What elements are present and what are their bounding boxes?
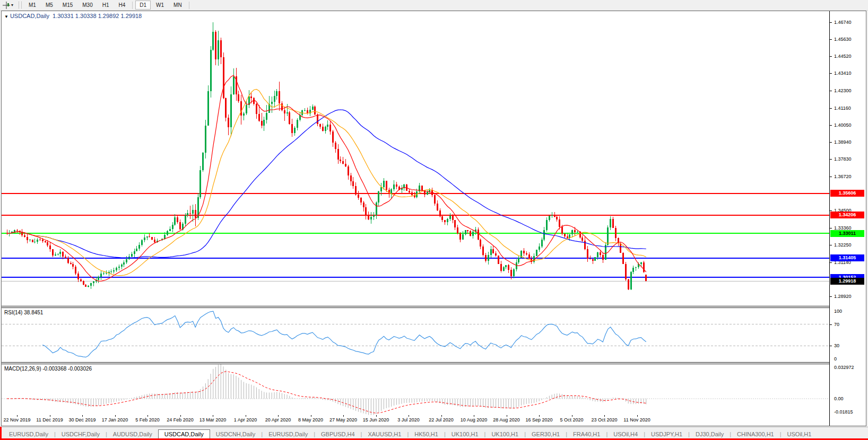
rsi-pane[interactable]: RSI(14) 38.8451	[2, 308, 829, 362]
timeframe-button-mn[interactable]: MN	[169, 1, 186, 10]
price-chart-canvas[interactable]	[2, 11, 829, 306]
price-line-badge: 1.33011	[830, 230, 864, 237]
chart-tab-uk100-h1[interactable]: UK100,H1	[485, 429, 524, 439]
toolbar-separator	[132, 2, 133, 9]
chart-title: ▼USDCAD,Daily 1.30331 1.30338 1.29892 1.…	[4, 13, 142, 19]
price-tick	[830, 108, 832, 109]
price-tick-label: 1.46740	[834, 20, 852, 25]
chevron-down-icon[interactable]: ▾	[11, 3, 16, 7]
toolbar-separator	[189, 2, 189, 9]
chart-tab-usoil-h1[interactable]: USOil,H1	[782, 429, 818, 439]
time-axis[interactable]: 22 Nov 201911 Dec 201930 Dec 201917 Jan …	[2, 415, 829, 426]
price-tick-label: 1.36720	[834, 174, 852, 179]
price-tick-label: 1.42300	[834, 88, 852, 93]
macd-canvas[interactable]	[2, 364, 829, 415]
toolbar: ▾ M1M5M15M30H1H4D1W1MN	[0, 0, 868, 11]
price-tick	[830, 142, 832, 143]
price-tick	[830, 262, 832, 263]
chart-tab-ger30-h1[interactable]: GER30,H1	[526, 429, 566, 439]
price-tick	[830, 125, 832, 126]
time-tick	[637, 415, 638, 417]
time-tick	[507, 415, 507, 417]
price-tick	[830, 245, 832, 245]
price-tick-label: 1.44520	[834, 54, 852, 59]
timeframe-button-m1[interactable]: M1	[24, 1, 40, 10]
chart-tab-eurusd-daily[interactable]: EURUSD,Daily	[263, 429, 314, 439]
chart-symbol-label: USDCAD,Daily	[10, 13, 49, 19]
macd-label: MACD(12,26,9) -0.003368 -0.003026	[4, 366, 92, 372]
price-tick	[830, 159, 832, 160]
timeframe-button-d1[interactable]: D1	[135, 1, 151, 10]
chart-window: ▼USDCAD,Daily 1.30331 1.30338 1.29892 1.…	[1, 11, 866, 426]
chart-tab-audusd-daily[interactable]: AUDUSD,Daily	[107, 429, 158, 439]
time-tick	[604, 415, 605, 417]
time-tick	[50, 415, 50, 417]
chart-tab-uk100-h1[interactable]: UK100,H1	[446, 429, 484, 439]
price-axis[interactable]: 1.467401.456301.445201.434101.423001.411…	[829, 11, 866, 426]
chart-tab-fra40-h1[interactable]: FRA40,H1	[567, 429, 606, 439]
chart-tab-usdcad-daily[interactable]: USDCAD,Daily	[158, 429, 210, 439]
chart-tab-xauusd-h1[interactable]: XAUUSD,H1	[362, 429, 407, 439]
chart-tab-gbpusd-h4[interactable]: GBPUSD,H4	[315, 429, 361, 439]
chart-tab-usoil-h4[interactable]: USOil,H4	[607, 429, 644, 439]
timeframe-buttons: M1M5M15M30H1H4D1W1MN	[24, 1, 192, 10]
chart-ohlc-values: 1.30331 1.30338 1.29892 1.29918	[53, 13, 142, 19]
timeframe-button-h4[interactable]: H4	[115, 1, 130, 10]
chart-tab-usdjpy-h1[interactable]: USDJPY,H1	[645, 429, 688, 439]
rsi-axis-label: 30	[834, 343, 839, 348]
price-tick	[830, 73, 832, 74]
time-tick	[17, 415, 18, 417]
price-tick-label: 1.28920	[834, 294, 852, 299]
chart-tab-usdcnh-daily[interactable]: USDCNH,Daily	[210, 429, 262, 439]
time-tick	[180, 415, 181, 417]
price-tick	[830, 22, 832, 23]
rsi-axis-label: 70	[834, 322, 839, 327]
timeframe-button-h1[interactable]: H1	[98, 1, 114, 10]
time-tick	[474, 415, 474, 417]
timeframe-button-m30[interactable]: M30	[78, 1, 97, 10]
price-tick-label: 1.40050	[834, 122, 852, 128]
price-pane[interactable]: ▼USDCAD,Daily 1.30331 1.30338 1.29892 1.…	[2, 11, 829, 306]
time-tick	[278, 415, 279, 417]
macd-pane[interactable]: MACD(12,26,9) -0.003368 -0.003026	[2, 364, 829, 415]
chart-tab-dj30-daily[interactable]: DJ30,Daily	[690, 429, 730, 439]
collapse-arrow-icon[interactable]: ▼	[4, 14, 8, 19]
chart-tab-usdchf-daily[interactable]: USDCHF,Daily	[56, 429, 106, 439]
time-tick	[246, 415, 246, 417]
toolbar-grip[interactable]	[19, 2, 22, 8]
time-tick	[409, 415, 409, 417]
timeframe-button-m5[interactable]: M5	[41, 1, 57, 10]
timeframe-button-w1[interactable]: W1	[152, 1, 168, 10]
rsi-axis-label: 0	[834, 356, 837, 362]
timeframe-button-m15[interactable]: M15	[58, 1, 77, 10]
chart-tab-eurusd-daily[interactable]: EURUSD,Daily	[3, 429, 54, 439]
price-tick-label: 1.38940	[834, 139, 852, 145]
time-tick	[115, 415, 116, 417]
price-tick-label: 1.32250	[834, 242, 852, 248]
price-tick-label: 1.41160	[834, 105, 851, 111]
time-tick	[213, 415, 213, 417]
time-tick	[539, 415, 540, 417]
price-tick-label: 1.37830	[834, 156, 852, 162]
chart-tab-hk50-h1[interactable]: HK50,H1	[409, 429, 444, 439]
time-tick	[376, 415, 377, 417]
rsi-canvas[interactable]	[2, 308, 829, 362]
macd-axis-label: 0.032972	[834, 365, 854, 370]
price-line-badge: 1.34206	[830, 212, 864, 218]
price-tick	[830, 91, 832, 91]
price-tick-label: 1.43410	[834, 71, 852, 76]
chart-tab-china300-h1[interactable]: CHINA300,H1	[731, 429, 780, 439]
price-tick	[830, 39, 832, 40]
time-tick	[572, 415, 572, 417]
rsi-axis-label: 100	[834, 309, 842, 314]
crosshair-tool-icon[interactable]	[2, 1, 11, 9]
price-tick-label: 1.45630	[834, 37, 852, 42]
rsi-tick	[830, 346, 832, 346]
price-line-badge: 1.35606	[830, 190, 864, 197]
price-tick	[830, 56, 832, 57]
time-tick	[82, 415, 83, 417]
rsi-label: RSI(14) 38.8451	[4, 310, 43, 315]
macd-axis-label: -0.01815	[834, 409, 853, 415]
price-line-badge: 1.31405	[830, 254, 864, 261]
price-tick	[830, 177, 832, 177]
